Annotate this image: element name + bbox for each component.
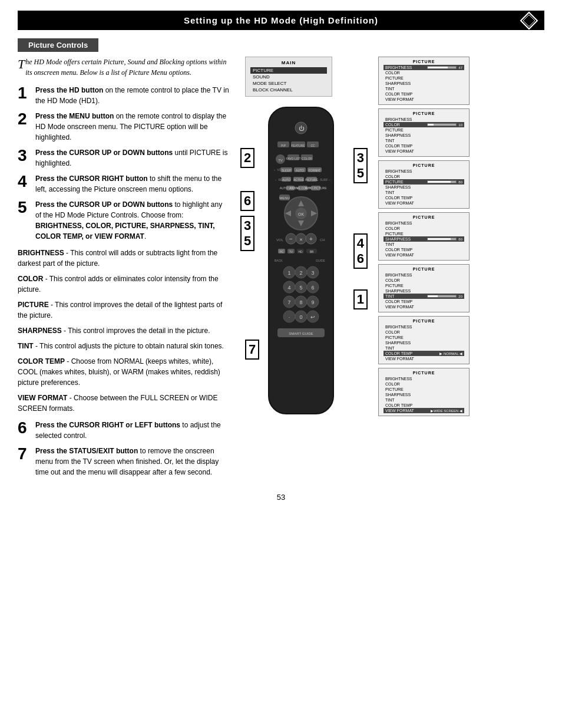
main-menu-item-picture: PICTURE [250, 67, 327, 74]
picture-panel-5: PICTURE BRIGHTNESS COLOR PICTURE SHARPNE… [378, 264, 470, 312]
svg-text:TV: TV [278, 159, 283, 162]
main-menu-item-sound: SOUND [250, 74, 327, 80]
svg-text:BB: BB [310, 250, 314, 253]
diamond-icon [520, 11, 538, 30]
svg-text:COLOR: COLOR [302, 157, 312, 160]
svg-text:AUTO: AUTO [296, 169, 304, 172]
page-header: Setting up the HD Mode (High Definition) [18, 11, 544, 30]
svg-text:4: 4 [287, 285, 290, 291]
step-4-num: 4 [18, 173, 31, 190]
svg-text:9: 9 [311, 299, 314, 305]
main-menu-title: MAIN [250, 60, 327, 65]
step-2: 2 Press the MENU button on the remote co… [18, 111, 230, 143]
right-column: PICTURE BRIGHTNESS 47 COLOR PICTURE SHAR… [378, 57, 544, 482]
step-7-text: Press the STATUS/EXIT button to remove t… [35, 446, 230, 477]
overlay-step-6: 6 [240, 191, 254, 211]
panel-1-item-brightness: BRIGHTNESS 47 [384, 65, 464, 70]
overlay-step-1: 1 [353, 289, 368, 309]
overlay-step-2: 2 [240, 148, 254, 168]
panel-2-item-color: COLOR 10 [384, 122, 464, 127]
svg-text:GUIDE: GUIDE [316, 259, 326, 262]
svg-text:+: + [309, 236, 313, 242]
picture-panel-7: PICTURE BRIGHTNESS COLOR PICTURE SHARPNE… [378, 368, 470, 416]
desc-view-format: VIEW FORMAT - Choose between the FULL SC… [18, 393, 230, 414]
svg-text:7: 7 [287, 299, 290, 305]
picture-panel-6: PICTURE BRIGHTNESS COLOR PICTURE SHARPNE… [378, 316, 470, 364]
svg-text:SURF→: SURF→ [320, 178, 331, 182]
desc-sharpness: SHARPNESS - This control improves the de… [18, 325, 230, 336]
panel-4-item-sharpness: SHARPNESS 80 [384, 236, 464, 242]
svg-text:0: 0 [299, 314, 302, 320]
svg-text:5: 5 [299, 285, 302, 291]
step-3-text: Press the CURSOR UP or DOWN buttons unti… [35, 147, 230, 169]
step-6-num: 6 [18, 420, 31, 436]
panel-5-item-tint: TINT 20 [384, 294, 464, 299]
svg-text:ACTIVE: ACTIVE [293, 178, 305, 182]
svg-text:6: 6 [311, 285, 314, 291]
step-7-num: 7 [18, 446, 31, 462]
page-num-text: 53 [277, 493, 285, 502]
step-3-num: 3 [18, 147, 31, 164]
step-6-text: Press the CURSOR RIGHT or LEFT buttons t… [35, 420, 230, 441]
svg-text:FEATURE: FEATURE [292, 144, 306, 147]
panel-6-item-colortemp: COLOR TEMP ▶ NORMAL ◀ [384, 351, 464, 356]
intro-body: he HD Mode offers certain Picture, Sound… [25, 58, 226, 77]
svg-text:1: 1 [287, 270, 290, 276]
svg-text:3: 3 [311, 270, 314, 276]
svg-text:CH: CH [320, 238, 325, 242]
intro-text: T he HD Mode offers certain Picture, Sou… [18, 57, 230, 78]
panel-6-title: PICTURE [384, 319, 464, 323]
overlay-step-7: 7 [245, 340, 259, 360]
panel-5-title: PICTURE [384, 267, 464, 271]
step-7: 7 Press the STATUS/EXIT button to remove… [18, 446, 230, 477]
desc-tint: TINT - This control adjusts the picture … [18, 341, 230, 351]
panel-4-title: PICTURE [384, 215, 464, 219]
svg-text:PC: PC [280, 250, 284, 253]
main-menu-box: MAIN PICTURE SOUND MODE SELECT BLOCK CHA… [245, 57, 332, 97]
picture-panel-1: PICTURE BRIGHTNESS 47 COLOR PICTURE SHAR… [378, 57, 470, 105]
picture-panel-2: PICTURE BRIGHTNESS COLOR 10 PICTURE SHAR… [378, 108, 470, 157]
svg-text:CC: CC [310, 144, 315, 147]
svg-text:TV: TV [289, 250, 293, 253]
svg-text:↩: ↩ [310, 314, 315, 320]
desc-brightness: BRIGHTNESS - This control will adds or s… [18, 248, 230, 269]
svg-text:SMART GUIDE: SMART GUIDE [289, 332, 313, 335]
step-5-num: 5 [18, 199, 31, 216]
main-menu-item-block: BLOCK CHANNEL [250, 87, 327, 93]
panel-2-title: PICTURE [384, 111, 464, 116]
step-1-num: 1 [18, 85, 31, 101]
header-title: Setting up the HD Mode (High Definition) [184, 15, 378, 25]
section-title: Picture Controls [28, 41, 88, 50]
panel-3-title: PICTURE [384, 163, 464, 167]
svg-text:✕: ✕ [299, 238, 303, 242]
svg-text:MENU: MENU [279, 196, 290, 200]
drop-cap: T [18, 58, 25, 71]
overlay-step-4-6: 46 [353, 233, 368, 269]
step-5: 5 Press the CURSOR UP or DOWN buttons to… [18, 199, 230, 242]
panel-7-item-viewformat: VIEW FORMAT ▶WIDE SCREEN ◀ [384, 408, 464, 413]
svg-text:AUTO: AUTO [282, 178, 290, 182]
step-6: 6 Press the CURSOR RIGHT or LEFT buttons… [18, 420, 230, 441]
svg-text:FAVO LIST: FAVO LIST [286, 157, 301, 160]
svg-text:VOL: VOL [276, 238, 284, 242]
picture-panel-4: PICTURE BRIGHTNESS COLOR PICTURE SHARPNE… [378, 212, 470, 261]
svg-text:BACK: BACK [275, 259, 283, 262]
svg-text:FORMAT: FORMAT [309, 169, 321, 172]
svg-text:·: · [289, 314, 290, 320]
desc-color-temp: COLOR TEMP - Choose from NORMAL (keeps w… [18, 356, 230, 388]
svg-text:SLEEP: SLEEP [282, 169, 292, 172]
svg-text:2: 2 [299, 270, 302, 276]
overlay-step-3-5-b: 35 [240, 216, 254, 251]
picture-panel-3: PICTURE BRIGHTNESS COLOR PICTURE 80 SHAR… [378, 160, 470, 209]
step-1: 1 Press the HD button on the remote cont… [18, 85, 230, 106]
svg-text:8: 8 [299, 299, 302, 305]
svg-text:HD: HD [298, 250, 303, 253]
center-column: MAIN PICTURE SOUND MODE SELECT BLOCK CHA… [239, 57, 369, 482]
desc-picture: PICTURE - This control improves the deta… [18, 299, 230, 321]
overlay-step-3-top: 35 [353, 148, 368, 183]
svg-text:⏻: ⏻ [299, 126, 305, 131]
step-2-num: 2 [18, 111, 31, 127]
svg-text:OK: OK [298, 212, 304, 216]
step-1-text: Press the HD button on the remote contro… [35, 85, 230, 106]
step-3: 3 Press the CURSOR UP or DOWN buttons un… [18, 147, 230, 169]
